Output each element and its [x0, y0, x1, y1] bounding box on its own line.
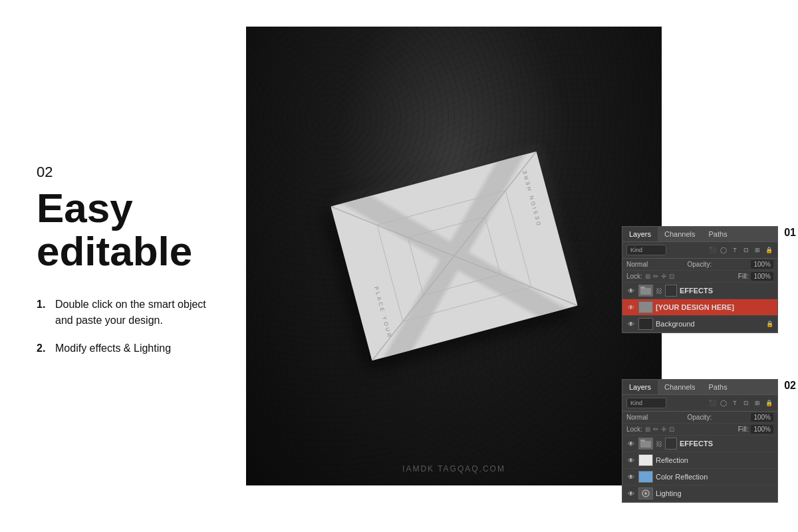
panel-toolbar-1: Kind ⬛ ◯ T ⊡ ⊞ 🔒: [622, 242, 777, 259]
tab-layers-2[interactable]: Layers: [622, 380, 658, 394]
panel-index-2: 02: [784, 380, 796, 392]
layer-row-background-1[interactable]: 👁 Background 🔒: [622, 316, 777, 332]
filter-icon-5[interactable]: ⊞: [753, 245, 762, 255]
layer-row-color-reflection[interactable]: 👁 Color Reflection: [622, 469, 777, 485]
tab-channels-1[interactable]: Channels: [658, 227, 702, 241]
svg-rect-5: [640, 287, 645, 289]
filter-icon-2-4[interactable]: ⊡: [741, 398, 751, 408]
layer-thumb-effects-2: [638, 438, 653, 450]
eye-icon-effects-1[interactable]: 👁: [626, 287, 636, 295]
step-number: 02: [37, 164, 209, 181]
layer-name-design-1: [YOUR DESIGN HERE]: [656, 303, 773, 311]
panel-toolbar-2: Kind ⬛ ◯ T ⊡ ⊞ 🔒: [622, 395, 777, 412]
opacity-label-2: Opacity:: [687, 414, 712, 421]
lock-icon-squares[interactable]: ⊞: [645, 273, 650, 280]
lock-icon-artboard[interactable]: ⊡: [669, 273, 674, 280]
panel-tabs-1: Layers Channels Paths: [622, 227, 777, 242]
lock-icon-move[interactable]: ✛: [661, 273, 666, 280]
tab-paths-1[interactable]: Paths: [702, 227, 734, 241]
layer-mask-effects-1: [665, 285, 677, 297]
layer-name-effects-1: EFFECTS: [680, 287, 773, 295]
filter-icon-6[interactable]: 🔒: [764, 245, 773, 255]
instruction-num-2: 2.: [37, 340, 55, 356]
filter-icon-2-6[interactable]: 🔒: [764, 398, 773, 408]
instruction-text-1: Double click on the smart object and pas…: [55, 297, 209, 329]
layer-name-reflection: Reflection: [656, 456, 773, 464]
chain-icon-1: ⛓: [656, 287, 662, 295]
svg-point-9: [644, 492, 647, 495]
filter-icon-2-3[interactable]: T: [730, 398, 739, 408]
panel-tabs-2: Layers Channels Paths: [622, 380, 777, 395]
filter-icon-2-5[interactable]: ⊞: [753, 398, 762, 408]
instruction-item-2: 2. Modify effects & Lighting: [37, 340, 209, 356]
blend-mode-2[interactable]: Normal: [626, 414, 648, 421]
opacity-value-2[interactable]: 100%: [751, 413, 773, 422]
instruction-num-1: 1.: [37, 297, 55, 313]
folder-icon-1: [640, 286, 652, 295]
background-lock-icon-1: 🔒: [766, 321, 773, 327]
eye-icon-design-1[interactable]: 👁: [626, 303, 636, 311]
lock-icon-move-2[interactable]: ✛: [661, 426, 666, 433]
main-image: DESIGN HERE PLACE YOUR IAMDK TAGQAQ.COM: [246, 27, 662, 485]
instruction-text-2: Modify effects & Lighting: [55, 340, 171, 356]
lock-icon-artboard-2[interactable]: ⊡: [669, 426, 674, 433]
blend-mode-1[interactable]: Normal: [626, 261, 648, 268]
main-image-inner: DESIGN HERE PLACE YOUR IAMDK TAGQAQ.COM: [246, 27, 662, 485]
layer-name-color-reflection: Color Reflection: [656, 473, 773, 481]
opacity-value-1[interactable]: 100%: [751, 260, 773, 269]
layer-name-background-1: Background: [656, 320, 763, 328]
layer-row-effects-2[interactable]: 👁 ⛓ EFFECTS: [622, 436, 777, 452]
fill-value-2[interactable]: 100%: [751, 425, 773, 434]
lock-label-2: Lock:: [626, 426, 642, 433]
eye-icon-reflection[interactable]: 👁: [626, 456, 636, 464]
instruction-item-1: 1. Double click on the smart object and …: [37, 297, 209, 329]
headline-line2: editable: [37, 228, 192, 274]
headline: Easy editable: [37, 186, 209, 273]
layer-row-effects-1[interactable]: 👁 ⛓ EFFECTS: [622, 283, 777, 299]
filter-icon-1[interactable]: ⬛: [708, 245, 717, 255]
layer-thumb-effects-1: [638, 285, 653, 297]
lock-icon-brush[interactable]: ✏: [653, 273, 658, 280]
eye-icon-background-1[interactable]: 👁: [626, 320, 636, 328]
filter-icon-2[interactable]: ◯: [719, 245, 728, 255]
chain-icon-2: ⛓: [656, 440, 662, 448]
layers-panel-2: 02 Layers Channels Paths Kind ⬛ ◯ T ⊡ ⊞ …: [622, 379, 778, 503]
layer-thumb-lighting: [638, 487, 653, 499]
eye-icon-effects-2[interactable]: 👁: [626, 440, 636, 448]
search-kind-2[interactable]: Kind: [626, 398, 666, 408]
left-panel: 02 Easy editable 1. Double click on the …: [0, 0, 246, 532]
folder-icon-2: [640, 439, 652, 448]
headline-line1: Easy: [37, 185, 133, 231]
eye-icon-lighting[interactable]: 👁: [626, 489, 636, 497]
fill-label-2: Fill:: [738, 426, 749, 433]
tab-paths-2[interactable]: Paths: [702, 380, 734, 394]
layer-row-design-1[interactable]: 👁 [YOUR DESIGN HERE]: [622, 299, 777, 316]
filter-icon-4[interactable]: ⊡: [741, 245, 751, 255]
fill-value-1[interactable]: 100%: [751, 272, 773, 281]
search-kind[interactable]: Kind: [626, 245, 666, 255]
svg-rect-4: [640, 288, 651, 295]
lighting-icon: [640, 489, 651, 498]
lock-row-2: Lock: ⊞ ✏ ✛ ⊡ Fill: 100%: [622, 424, 777, 436]
layer-thumb-background-1: [638, 318, 653, 330]
tab-channels-2[interactable]: Channels: [658, 380, 702, 394]
filter-icon-2-2[interactable]: ◯: [719, 398, 728, 408]
lock-icon-squares-2[interactable]: ⊞: [645, 426, 650, 433]
watermark: IAMDK TAGQAQ.COM: [402, 464, 505, 473]
layers-panel-1: 01 Layers Channels Paths Kind ⬛ ◯ T ⊡ ⊞ …: [622, 226, 778, 333]
layer-thumb-design-1: [638, 301, 653, 313]
layer-row-reflection[interactable]: 👁 Reflection: [622, 452, 777, 469]
svg-rect-6: [640, 441, 651, 448]
layer-row-lighting[interactable]: 👁 Lighting: [622, 485, 777, 502]
filter-icon-3[interactable]: T: [730, 245, 739, 255]
eye-icon-color-reflection[interactable]: 👁: [626, 473, 636, 481]
toolbar-icons-1: ⬛ ◯ T ⊡ ⊞ 🔒: [708, 245, 773, 255]
lock-row-1: Lock: ⊞ ✏ ✛ ⊡ Fill: 100%: [622, 271, 777, 283]
search-kind-label-2: Kind: [630, 400, 642, 406]
filter-icon-2-1[interactable]: ⬛: [708, 398, 717, 408]
layer-mask-effects-2: [665, 438, 677, 450]
layer-name-lighting: Lighting: [656, 489, 773, 497]
lock-icon-brush-2[interactable]: ✏: [653, 426, 658, 433]
tab-layers-1[interactable]: Layers: [622, 227, 658, 241]
layer-name-effects-2: EFFECTS: [680, 440, 773, 448]
